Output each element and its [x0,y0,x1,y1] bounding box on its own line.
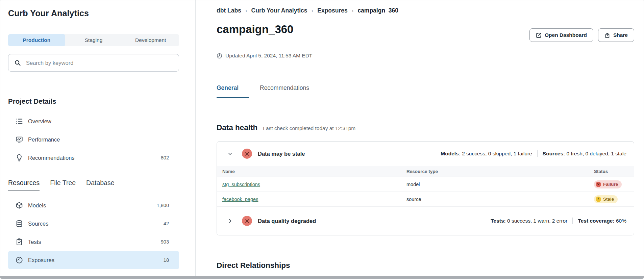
stale-badge-icon: ! [596,197,601,202]
search-input[interactable] [25,59,179,67]
resource-type-cell: model [406,182,594,187]
tab-recommendations[interactable]: Recommendations [260,84,317,98]
test-coverage-stat: Test coverage: 60% [578,218,626,224]
project-details-heading: Project Details [8,97,179,105]
failure-badge-icon: ✕ [596,182,601,187]
sidebar-item-count: 802 [161,155,169,160]
chevron-right-icon[interactable] [227,218,233,224]
env-tab-development[interactable]: Development [122,34,179,46]
window-bottom-edge [0,276,644,279]
sidebar-item-recommendations[interactable]: Recommendations 802 [8,149,179,167]
resource-link-facebook-pages[interactable]: facebook_pages [222,197,258,202]
gauge-icon [16,256,23,264]
tab-resources[interactable]: Resources [8,179,40,191]
tab-general[interactable]: General [217,84,249,98]
database-icon [16,220,23,227]
share-button[interactable]: Share [598,28,634,42]
sidebar-divider [8,83,179,83]
project-title: Curb Your Analytics [8,8,179,18]
search-icon [14,59,21,66]
resource-type-cell: source [406,197,594,202]
breadcrumb-separator: › [245,7,247,14]
sidebar-item-sources[interactable]: Sources 42 [8,214,179,233]
breadcrumb-current: campaign_360 [357,7,398,14]
clock-icon [217,53,222,59]
col-name: Name [222,169,406,174]
quality-section-stats: Tests: 0 success, 1 warn, 2 error Test c… [491,218,626,224]
clipboard-check-icon [16,238,23,246]
chevron-down-icon[interactable] [227,151,233,156]
sidebar-item-count: 903 [161,239,169,245]
main-content: dbt Labs › Curb Your Analytics › Exposur… [196,0,644,276]
lightbulb-icon [16,154,23,161]
sidebar-item-label: Exposures [28,257,54,263]
quality-section-title: Data quality degraded [258,218,316,224]
stale-section-title: Data may be stale [258,151,305,157]
table-row: stg_subscriptions model ✕Failure [217,177,634,192]
env-tab-production[interactable]: Production [8,34,65,46]
list-icon [16,118,23,125]
sidebar-item-label: Overview [28,118,51,125]
sources-stat: Sources: 0 fresh, 0 delayed, 1 stale [543,151,626,157]
sidebar-item-tests[interactable]: Tests 903 [8,233,179,251]
models-stat: Models: 2 success, 0 skipped, 1 failure [441,151,532,157]
status-badge-label: Stale [603,197,614,202]
breadcrumb: dbt Labs › Curb Your Analytics › Exposur… [217,0,634,14]
header-actions: Open Dashboard Share [529,28,634,42]
updated-text: Updated April 5, 2024, 11:53 AM EDT [225,53,312,59]
status-badge-failure: ✕Failure [594,180,622,188]
resource-view-tabs: Resources File Tree Database [8,179,179,191]
sidebar-item-label: Performance [28,136,60,143]
cube-icon [16,202,23,209]
breadcrumb-separator: › [352,7,354,14]
sidebar-item-count: 1,800 [157,203,169,208]
sidebar: Curb Your Analytics Production Staging D… [0,0,196,276]
app-window: Curb Your Analytics Production Staging D… [0,0,644,279]
sidebar-item-count: 42 [164,221,169,226]
data-health-subtitle: Last check completed today at 12:31pm [263,125,355,131]
external-link-icon [536,32,542,38]
direct-relationships-heading: Direct Relationships [217,261,634,270]
table-row: facebook_pages source !Stale [217,192,634,207]
tab-database[interactable]: Database [86,179,114,191]
project-details-list: Overview Performance Recommendations 802 [8,112,179,167]
quality-section-header[interactable]: Data quality degraded Tests: 0 success, … [217,207,634,235]
resource-link-stg-subscriptions[interactable]: stg_subscriptions [222,182,260,187]
table-header: Name Resource type Status [217,166,634,177]
stale-section-stats: Models: 2 success, 0 skipped, 1 failure … [441,150,626,157]
sidebar-item-label: Tests [28,239,41,245]
tab-file-tree[interactable]: File Tree [50,179,76,191]
status-badge-stale: !Stale [594,195,618,203]
col-status: Status [594,169,634,174]
stats-divider [572,218,573,224]
error-status-icon [242,149,252,159]
environment-switcher: Production Staging Development [8,34,179,46]
open-dashboard-button[interactable]: Open Dashboard [529,28,593,42]
resources-list: Models 1,800 Sources 42 Tests 903 [8,196,179,269]
sidebar-item-overview[interactable]: Overview [8,112,179,130]
sidebar-item-performance[interactable]: Performance [8,130,179,149]
breadcrumb-project[interactable]: Curb Your Analytics [251,7,307,14]
stats-divider [537,150,538,157]
detail-tabs: General Recommendations [217,84,634,98]
search-box[interactable] [8,54,179,72]
breadcrumb-dbt-labs[interactable]: dbt Labs [217,7,241,14]
data-health-header: Data health Last check completed today a… [217,123,634,132]
sidebar-item-label: Sources [28,221,49,227]
env-tab-staging[interactable]: Staging [65,34,122,46]
breadcrumb-exposures[interactable]: Exposures [317,7,347,14]
updated-timestamp: Updated April 5, 2024, 11:53 AM EDT [217,53,634,59]
col-resource-type: Resource type [406,169,594,174]
monitor-chart-icon [16,136,23,143]
sidebar-item-label: Recommendations [28,155,75,161]
share-label: Share [613,32,628,38]
error-status-icon [242,216,252,226]
sidebar-item-label: Models [28,202,46,209]
data-health-heading: Data health [217,123,257,132]
sidebar-item-models[interactable]: Models 1,800 [8,196,179,214]
stale-section-header[interactable]: Data may be stale Models: 2 success, 0 s… [217,142,634,166]
sidebar-item-exposures[interactable]: Exposures 18 [8,251,179,269]
breadcrumb-separator: › [312,7,314,14]
sidebar-item-count: 18 [164,257,169,263]
data-health-card: Data may be stale Models: 2 success, 0 s… [217,141,634,235]
